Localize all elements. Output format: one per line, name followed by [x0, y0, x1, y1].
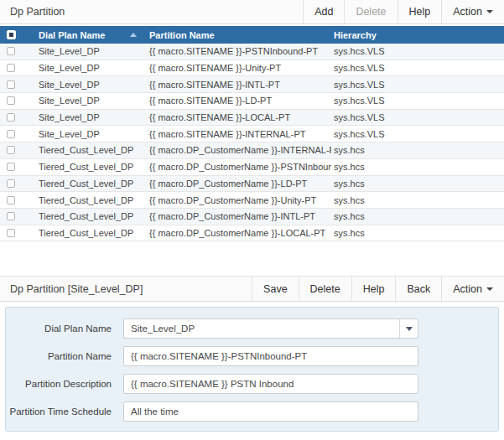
partition-name-cell: {{ macro.DP_CustomerName }}-LOCAL-PT: [147, 228, 331, 238]
partition-time-schedule-input[interactable]: [123, 401, 418, 422]
page: Dp Partition AddDeleteHelpAction Dial Pl…: [0, 0, 504, 440]
row-checkbox-cell: [0, 229, 34, 237]
partition-name-cell: {{ macro.SITENAME }}-PSTNInbound-PT: [147, 46, 331, 56]
table-row[interactable]: Site_Level_DP{{ macro.SITENAME }}-Unity-…: [0, 60, 504, 77]
column-label: Dial Plan Name: [39, 30, 105, 40]
row-checkbox-cell: [0, 146, 34, 154]
button-label: Add: [314, 6, 333, 18]
row-checkbox[interactable]: [7, 163, 15, 171]
column-header-hierarchy[interactable]: Hierarchy: [331, 30, 504, 40]
dial-plan-name-cell: Site_Level_DP: [34, 129, 147, 139]
row-checkbox[interactable]: [7, 47, 15, 55]
select-all-checkbox[interactable]: [7, 30, 16, 39]
row-checkbox-cell: [0, 179, 34, 188]
row-checkbox[interactable]: [7, 146, 15, 154]
caret-down-icon: [406, 327, 413, 331]
partition-name-cell: {{ macro.SITENAME }}-INTERNAL-PT: [147, 129, 331, 139]
dial-plan-name-cell: Site_Level_DP: [34, 63, 147, 73]
table-row[interactable]: Tiered_Cust_Level_DP{{ macro.DP_Customer…: [0, 209, 504, 225]
caret-down-icon: [486, 10, 493, 13]
list-toolbar-buttons: AddDeleteHelpAction: [303, 0, 504, 23]
back-button[interactable]: Back: [395, 277, 441, 301]
partition-description-input[interactable]: [123, 374, 418, 394]
list-panel-title: Dp Partition: [0, 0, 303, 23]
table-row[interactable]: Site_Level_DP{{ macro.SITENAME }}-LOCAL-…: [0, 110, 504, 127]
row-checkbox-cell: [0, 163, 34, 171]
hierarchy-cell: sys.hcs.VLS: [331, 63, 504, 73]
table-row[interactable]: Tiered_Cust_Level_DP{{ macro.DP_Customer…: [0, 192, 504, 209]
table-body: Site_Level_DP{{ macro.SITENAME }}-PSTNIn…: [0, 44, 504, 241]
action-button[interactable]: Action: [441, 0, 504, 23]
partition-name-cell: {{ macro.DP_CustomerName }}-PSTNInbound-…: [147, 162, 331, 172]
detail-toolbar: Dp Partition [Site_Level_DP] SaveDeleteH…: [0, 276, 504, 302]
caret-down-icon: [486, 287, 493, 291]
row-checkbox[interactable]: [7, 179, 15, 188]
table-header-row: Dial Plan Name Partition Name Hierarchy: [0, 26, 504, 44]
hierarchy-cell: sys.hcs: [331, 145, 504, 155]
dial-plan-name-select[interactable]: Site_Level_DP: [123, 318, 418, 339]
row-checkbox[interactable]: [7, 96, 15, 105]
row-checkbox[interactable]: [7, 130, 15, 138]
hierarchy-cell: sys.hcs.VLS: [331, 112, 504, 122]
dial-plan-name-cell: Site_Level_DP: [34, 46, 147, 56]
table-row[interactable]: Site_Level_DP{{ macro.SITENAME }}-INTL-P…: [0, 76, 504, 93]
table-row[interactable]: Site_Level_DP{{ macro.SITENAME }}-PSTNIn…: [0, 44, 504, 60]
partition-description-control: [123, 374, 418, 394]
dial-plan-name-cell: Site_Level_DP: [34, 96, 147, 106]
column-label: Partition Name: [149, 30, 215, 40]
select-caret-box[interactable]: [399, 319, 418, 338]
row-checkbox[interactable]: [7, 64, 15, 72]
detail-panel-title: Dp Partition [Site_Level_DP]: [0, 277, 252, 301]
dial-plan-name-cell: Tiered_Cust_Level_DP: [34, 145, 147, 155]
delete-button[interactable]: Delete: [344, 0, 397, 23]
table-row[interactable]: Tiered_Cust_Level_DP{{ macro.DP_Customer…: [0, 159, 504, 176]
dial-plan-name-cell: Tiered_Cust_Level_DP: [34, 228, 147, 238]
partition-time-schedule-label: Partition Time Schedule: [6, 405, 123, 418]
action-button[interactable]: Action: [441, 277, 504, 301]
partition-name-cell: {{ macro.DP_CustomerName }}-Unity-PT: [147, 195, 331, 205]
button-label: Action: [453, 6, 482, 18]
row-checkbox[interactable]: [7, 212, 15, 220]
partition-name-cell: {{ macro.DP_CustomerName }}-INTL-PT: [147, 211, 331, 221]
row-checkbox[interactable]: [7, 196, 15, 204]
table-row[interactable]: Site_Level_DP{{ macro.SITENAME }}-LD-PTs…: [0, 93, 504, 110]
dial-plan-name-cell: Tiered_Cust_Level_DP: [34, 179, 147, 189]
hierarchy-cell: sys.hcs.VLS: [331, 129, 504, 139]
table-row[interactable]: Tiered_Cust_Level_DP{{ macro.DP_Customer…: [0, 225, 504, 242]
table-row[interactable]: Tiered_Cust_Level_DP{{ macro.DP_Customer…: [0, 142, 504, 159]
column-header-dial-plan-name[interactable]: Dial Plan Name: [34, 30, 147, 40]
partition-name-input[interactable]: [123, 346, 418, 366]
dial-plan-name-label: Dial Plan Name: [6, 322, 123, 335]
list-toolbar: Dp Partition AddDeleteHelpAction: [0, 0, 504, 24]
row-checkbox-cell: [0, 196, 34, 204]
dial-plan-name-control: Site_Level_DP: [123, 318, 418, 339]
dp-partition-detail-panel: Dp Partition [Site_Level_DP] SaveDeleteH…: [0, 276, 504, 432]
add-button[interactable]: Add: [303, 0, 344, 23]
partition-name-control: [123, 346, 418, 366]
detail-toolbar-buttons: SaveDeleteHelpBackAction: [252, 277, 504, 301]
dp-partition-list-panel: Dp Partition AddDeleteHelpAction Dial Pl…: [0, 0, 504, 241]
partition-name-cell: {{ macro.SITENAME }}-LD-PT: [147, 96, 331, 106]
help-button[interactable]: Help: [351, 277, 396, 301]
row-checkbox-cell: [0, 113, 34, 122]
help-button[interactable]: Help: [397, 0, 442, 23]
partition-name-cell: {{ macro.SITENAME }}-LOCAL-PT: [147, 112, 331, 122]
dial-plan-name-cell: Site_Level_DP: [34, 112, 147, 122]
hierarchy-cell: sys.hcs.VLS: [331, 46, 504, 56]
partition-name-cell: {{ macro.SITENAME }}-Unity-PT: [147, 63, 331, 73]
partition-name-cell: {{ macro.SITENAME }}-INTL-PT: [147, 80, 331, 90]
partition-name-row: Partition Name: [6, 346, 498, 366]
row-checkbox[interactable]: [7, 229, 15, 237]
row-checkbox[interactable]: [7, 80, 15, 89]
partition-name-label: Partition Name: [6, 349, 123, 363]
row-checkbox[interactable]: [7, 113, 15, 122]
table-row[interactable]: Tiered_Cust_Level_DP{{ macro.DP_Customer…: [0, 176, 504, 193]
table-row[interactable]: Site_Level_DP{{ macro.SITENAME }}-INTERN…: [0, 126, 504, 142]
partition-description-row: Partition Description: [6, 374, 498, 394]
button-label: Save: [263, 283, 288, 295]
column-header-partition-name[interactable]: Partition Name: [147, 30, 331, 40]
sort-ascending-icon: [130, 33, 137, 37]
delete-button[interactable]: Delete: [299, 277, 351, 301]
save-button[interactable]: Save: [252, 277, 299, 301]
row-checkbox-cell: [0, 64, 34, 72]
